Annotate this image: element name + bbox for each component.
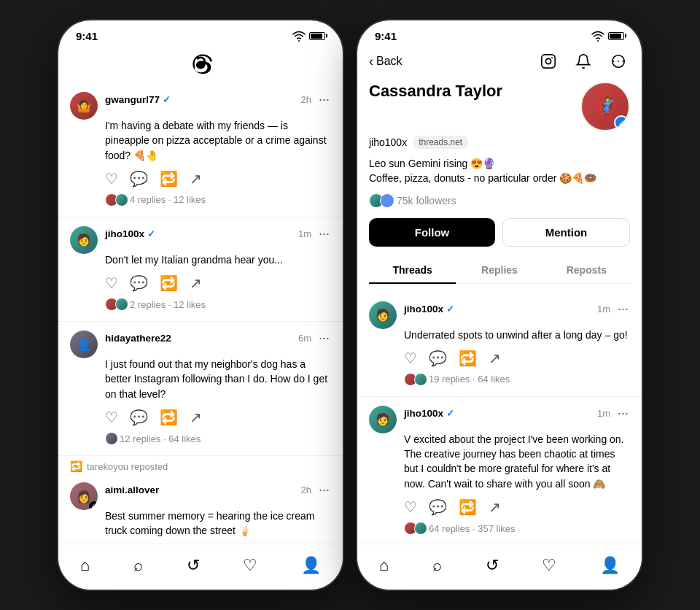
- profile-likes-2: 357 likes: [478, 523, 515, 534]
- followers-count: 75k followers: [397, 195, 456, 206]
- profile-like-2[interactable]: ♡: [404, 498, 417, 516]
- post-content-3: I just found out that my neighbor's dog …: [105, 357, 331, 445]
- profile-comment-1[interactable]: 💬: [429, 350, 447, 367]
- profile-bio: Leo sun Gemini rising 😍🔮 Coffee, pizza, …: [369, 156, 630, 186]
- mention-button[interactable]: Mention: [502, 218, 630, 247]
- svg-rect-0: [276, 36, 279, 41]
- follow-button[interactable]: Follow: [369, 218, 495, 247]
- profile-followers: 75k followers: [369, 193, 630, 208]
- post-stats-1: 4 replies · 12 likes: [105, 193, 331, 206]
- post-stats-2: 2 replies · 12 likes: [105, 298, 331, 311]
- profile-post-header-2: 🧑 jiho100x ✓ 1m ···: [369, 406, 630, 433]
- profile-post-user-2: jiho100x ✓: [404, 408, 454, 419]
- profile-more-dots-1[interactable]: ···: [616, 301, 630, 317]
- svg-point-13: [618, 61, 619, 62]
- profile-avatar-stack-2: [404, 522, 424, 535]
- repost-btn-3[interactable]: 🔁: [160, 409, 178, 426]
- profile-post-time-2: 1m ···: [597, 406, 630, 421]
- bottom-nav-2: ⌂ ⌕ ↺ ♡ 👤: [357, 544, 642, 590]
- profile-more-dots-2[interactable]: ···: [616, 406, 630, 421]
- instagram-icon[interactable]: [537, 50, 560, 73]
- nav-compose-2[interactable]: ↺: [480, 553, 505, 578]
- comment-btn-2[interactable]: 💬: [130, 274, 148, 292]
- repost-icon: 🔁: [70, 460, 82, 472]
- profile-post-content-2: V excited about the project I've been wo…: [404, 432, 630, 535]
- like-btn-3[interactable]: ♡: [105, 409, 118, 426]
- tab-reposts[interactable]: Reposts: [543, 257, 630, 283]
- post-stats-text-2: 2 replies · 12 likes: [130, 299, 206, 310]
- profile-post-actions-1: ♡ 💬 🔁 ↗: [404, 350, 630, 367]
- repost-btn-2[interactable]: 🔁: [160, 274, 178, 292]
- profile-post-1: 🧑 jiho100x ✓ 1m ··· Underrated spots to …: [357, 293, 642, 397]
- nav-home-2[interactable]: ⌂: [373, 553, 394, 578]
- nav-home-1[interactable]: ⌂: [74, 553, 96, 578]
- post-header-3: 👤 hidayathere22 6m ···: [70, 331, 331, 358]
- post-stats-text-1: 4 replies · 12 likes: [130, 194, 206, 205]
- bell-icon[interactable]: [572, 50, 595, 73]
- tab-threads-label: Threads: [392, 264, 432, 276]
- nav-compose-1[interactable]: ↺: [181, 553, 206, 578]
- profile-share-2[interactable]: ↗: [489, 498, 501, 516]
- likes-count-2: 12 likes: [174, 299, 206, 310]
- bio-line-2: Coffee, pizza, donuts - no particular or…: [369, 171, 630, 185]
- nav-heart-2[interactable]: ♡: [536, 553, 562, 578]
- profile-repost-1[interactable]: 🔁: [459, 350, 477, 367]
- profile-mini-avatar-1b: [414, 373, 427, 386]
- comment-btn-1[interactable]: 💬: [130, 170, 148, 188]
- profile-post-meta-2: jiho100x ✓ 1m ···: [404, 406, 630, 421]
- share-btn-3[interactable]: ↗: [190, 409, 202, 426]
- profile-post-text-2: V excited about the project I've been wo…: [404, 432, 630, 491]
- post-time-1: 2h ···: [301, 92, 331, 107]
- more-dots-1[interactable]: ···: [317, 92, 331, 107]
- svg-rect-10: [542, 55, 555, 68]
- username-2: jiho100x: [105, 228, 144, 239]
- tab-threads[interactable]: Threads: [369, 257, 456, 283]
- svg-rect-7: [581, 32, 583, 41]
- post-actions-3: ♡ 💬 🔁 ↗: [105, 409, 331, 426]
- profile-post-avatar-2: 🧑: [369, 406, 397, 433]
- nav-profile-2[interactable]: 👤: [594, 553, 626, 578]
- profile-post-avatar-1: 🧑: [369, 301, 397, 329]
- nav-search-1[interactable]: ⌕: [128, 553, 149, 578]
- profile-like-1[interactable]: ♡: [404, 350, 417, 367]
- profile-share-1[interactable]: ↗: [489, 350, 501, 367]
- profile-post-actions-2: ♡ 💬 🔁 ↗: [404, 498, 630, 516]
- post-actions-2: ♡ 💬 🔁 ↗: [105, 274, 331, 292]
- post-content-2: Don't let my Italian grandma hear you...…: [105, 252, 331, 311]
- profile-name: Cassandra Taylor: [369, 82, 502, 101]
- status-time-1: 9:41: [76, 30, 98, 42]
- post-meta-4: aimi.allover 2h ···: [105, 482, 331, 498]
- time-2: 1m: [298, 228, 311, 239]
- nav-search-2[interactable]: ⌕: [427, 553, 448, 578]
- more-dots-3[interactable]: ···: [317, 331, 331, 346]
- post-meta-3: hidayathere22 6m ···: [105, 331, 331, 346]
- nav-heart-1[interactable]: ♡: [237, 553, 263, 578]
- post-time-3: 6m ···: [298, 331, 331, 346]
- back-button[interactable]: ‹ Back: [369, 54, 402, 69]
- profile-header-bar: ‹ Back: [357, 45, 642, 79]
- tab-replies[interactable]: Replies: [456, 257, 542, 283]
- comment-btn-3[interactable]: 💬: [130, 409, 148, 426]
- more-dots-2[interactable]: ···: [317, 226, 331, 242]
- profile-post-header-1: 🧑 jiho100x ✓ 1m ···: [369, 301, 630, 329]
- profile-post-user-1: jiho100x ✓: [404, 304, 454, 314]
- more-options-icon[interactable]: [607, 50, 630, 73]
- phone-profile: 9:41: [357, 20, 642, 590]
- profile-comment-2[interactable]: 💬: [429, 498, 447, 516]
- more-dots-4[interactable]: ···: [317, 482, 331, 498]
- nav-profile-1[interactable]: 👤: [295, 553, 327, 578]
- avatar-jiho100x: 🧑: [70, 226, 98, 254]
- profile-repost-2[interactable]: 🔁: [459, 498, 477, 516]
- avatar-stack-1: [105, 193, 125, 206]
- svg-rect-1: [279, 34, 281, 41]
- repost-btn-1[interactable]: 🔁: [160, 170, 178, 188]
- profile-post-verified-2: ✓: [446, 408, 454, 419]
- like-btn-2[interactable]: ♡: [105, 274, 118, 292]
- share-btn-1[interactable]: ↗: [190, 170, 202, 188]
- profile-post-text-1: Underrated spots to unwind after a long …: [404, 328, 630, 342]
- status-icons-2: [575, 29, 624, 42]
- profile-post-stats-1: 19 replies · 64 likes: [404, 373, 630, 386]
- handle-text: jiho100x: [369, 136, 407, 148]
- share-btn-2[interactable]: ↗: [190, 274, 202, 292]
- like-btn-1[interactable]: ♡: [105, 170, 118, 188]
